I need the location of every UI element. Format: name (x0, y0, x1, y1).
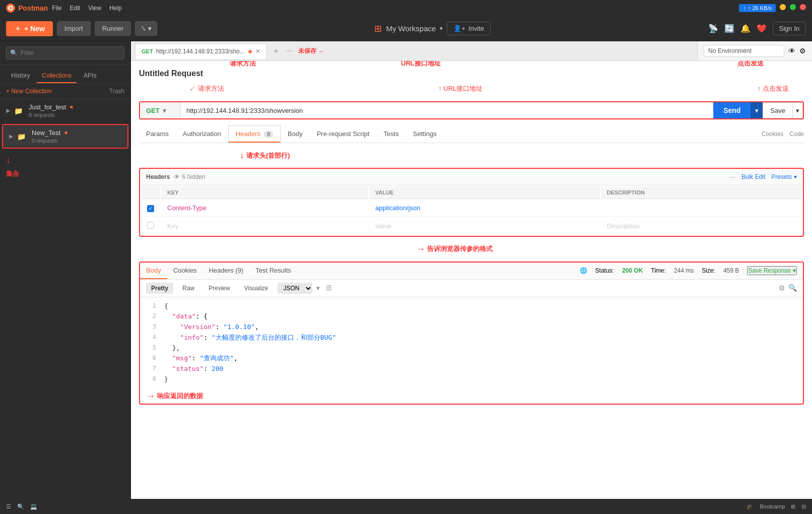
search-response-icon[interactable]: 🔍 (788, 284, 797, 292)
favorite-icon[interactable]: ❤️ (757, 24, 767, 33)
format-icon[interactable]: ☰ (326, 284, 332, 292)
menu-file[interactable]: File (52, 5, 61, 12)
empty-value[interactable]: Value (369, 218, 600, 235)
time-label: Time: (651, 267, 666, 274)
sign-in-button[interactable]: Sign In (773, 22, 806, 35)
send-annotation: 点击发送 (737, 61, 764, 68)
resp-tab-body[interactable]: Body (140, 263, 167, 279)
tab-headers[interactable]: Headers 8 (228, 125, 281, 143)
json-line-3: 3 "Version": "1.0.10", (146, 322, 797, 333)
panel-icon[interactable]: ⊟ (801, 503, 806, 510)
desc-cell[interactable] (601, 200, 802, 217)
content-type-annotation: → 告诉浏览器传参的格式 (139, 243, 804, 255)
eye-icon[interactable]: 👁 (788, 47, 795, 55)
language-select[interactable]: JSON (278, 283, 312, 294)
window-controls: ↑ ↑ 26 KB/s (739, 4, 806, 12)
more-options-button[interactable]: ··· (729, 173, 735, 181)
row-checkbox[interactable]: ✓ (147, 205, 154, 212)
collection-item-2[interactable]: ▶ 📁 New_Test ★ 0 requests (3, 125, 127, 148)
collection-text-1: Just_for_test ★ 8 requests (29, 103, 74, 118)
more-tabs-button[interactable]: ··· (285, 46, 292, 55)
settings-icon[interactable]: ⚙ (799, 47, 806, 55)
copy-icon[interactable]: ⧉ (779, 284, 784, 292)
tab-close-button[interactable]: ✕ (255, 48, 260, 55)
menu-bar: File Edit View Help (52, 5, 122, 12)
title-bar: Postman File Edit View Help ↑ ↑ 26 KB/s (0, 0, 812, 16)
sidebar-toggle-icon[interactable]: ☰ (6, 503, 11, 510)
sync-icon[interactable]: 🔄 (724, 24, 734, 33)
code-link[interactable]: Code (789, 131, 804, 138)
new-button[interactable]: ＋ + New (6, 21, 53, 36)
tab-settings[interactable]: Settings (406, 126, 444, 143)
format-dropdown-icon[interactable]: ▾ (316, 284, 320, 292)
runner-button[interactable]: Runner (95, 21, 131, 36)
env-bar: No Environment 👁 ⚙ (697, 41, 812, 60)
fmt-visualize[interactable]: Visualize (239, 283, 274, 294)
sidebar-actions: + New Collection Trash (0, 84, 130, 99)
collection-item-1[interactable]: ▶ 📁 Just_for_test ★ 8 requests (0, 99, 130, 122)
status-bar: ☰ 🔍 💻 🎓 Bootcamp ⊞ ⊟ (0, 499, 812, 514)
layout-icon[interactable]: ⊞ (791, 503, 795, 510)
menu-edit[interactable]: Edit (70, 5, 80, 12)
json-line-2: 2 "data": { (146, 311, 797, 322)
key-cell[interactable]: Content-Type (161, 200, 368, 217)
content-area: GET http://192.144.148.91:2333/sho... ● … (131, 41, 812, 499)
url-input[interactable] (180, 102, 713, 118)
save-caret-button[interactable]: ▾ (793, 102, 803, 118)
console-icon[interactable]: 💻 (30, 503, 37, 510)
presets-caret-icon: ▾ (794, 173, 797, 180)
fork-button[interactable]: ⤥ ▾ (135, 21, 157, 36)
empty-key[interactable]: Key (161, 218, 368, 235)
empty-checkbox[interactable] (147, 222, 154, 229)
trash-button[interactable]: Trash (109, 88, 124, 95)
tab-history[interactable]: History (6, 69, 35, 83)
search-bottom-icon[interactable]: 🔍 (17, 503, 24, 510)
menu-view[interactable]: View (88, 5, 101, 12)
invite-button[interactable]: 👤+ Invite (447, 22, 491, 35)
empty-desc[interactable]: Description (601, 218, 802, 235)
minimize-button[interactable] (780, 4, 786, 10)
resp-tab-cookies[interactable]: Cookies (167, 263, 203, 279)
radar-icon[interactable]: 📡 (708, 24, 718, 33)
tab-params[interactable]: Params (139, 126, 176, 143)
fmt-pretty[interactable]: Pretty (146, 283, 173, 294)
tab-apis[interactable]: APIs (79, 69, 101, 83)
response-status: 🌐 Status: 200 OK Time: 244 ms Size: 459 … (574, 266, 803, 275)
chevron-right-icon-2: ▶ (9, 133, 13, 140)
notification-icon[interactable]: 🔔 (740, 24, 751, 33)
request-tab-1[interactable]: GET http://192.144.148.91:2333/sho... ● … (135, 43, 267, 59)
json-line-8: 8 } (146, 374, 797, 385)
tab-tests[interactable]: Tests (376, 126, 405, 143)
tab-body[interactable]: Body (281, 126, 310, 143)
response-format-row: Pretty Raw Preview Visualize JSON ▾ ☰ ⧉ … (140, 280, 803, 297)
send-caret-button[interactable]: ▾ (751, 102, 763, 118)
fmt-raw[interactable]: Raw (177, 283, 199, 294)
tab-pre-request[interactable]: Pre-request Script (310, 126, 377, 143)
value-header: VALUE (369, 186, 600, 199)
new-collection-button[interactable]: + New Collection (6, 88, 51, 95)
bootcamp-label[interactable]: Bootcamp (760, 503, 785, 509)
presets-button[interactable]: Presets ▾ (771, 173, 797, 180)
close-button[interactable] (800, 4, 806, 10)
save-response-button[interactable]: Save Response ▾ (747, 266, 797, 275)
fmt-preview[interactable]: Preview (204, 283, 235, 294)
add-tab-button[interactable]: ＋ (269, 46, 283, 56)
cookies-link[interactable]: Cookies (762, 131, 783, 138)
resp-tab-test-results[interactable]: Test Results (249, 263, 297, 279)
import-button[interactable]: Import (57, 21, 91, 36)
tab-collections[interactable]: Collections (37, 69, 77, 83)
menu-help[interactable]: Help (109, 5, 122, 12)
method-dropdown[interactable]: GET ▾ (140, 102, 180, 118)
environment-select[interactable]: No Environment (704, 45, 784, 57)
send-button[interactable]: Send (713, 102, 751, 118)
workspace-button[interactable]: ⊞ My Workspace ▾ (374, 23, 443, 34)
hidden-badge: 👁 6 hidden (174, 173, 205, 180)
save-button[interactable]: Save (763, 102, 793, 118)
headers-title-row: Headers 👁 6 hidden ··· Bulk Edit Presets… (140, 169, 803, 185)
resp-tab-headers[interactable]: Headers (9) (203, 263, 250, 279)
value-cell[interactable]: application/json (369, 200, 600, 217)
tab-authorization[interactable]: Authorization (176, 126, 228, 143)
maximize-button[interactable] (790, 4, 796, 10)
bulk-edit-button[interactable]: Bulk Edit (741, 173, 765, 180)
filter-input[interactable] (6, 46, 124, 59)
